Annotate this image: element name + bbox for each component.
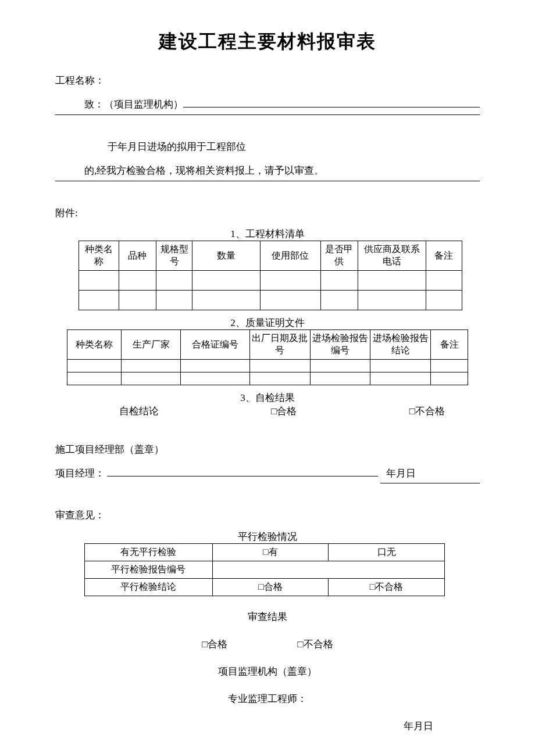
self-check-fail: □不合格: [409, 404, 445, 418]
cell: 口无: [329, 544, 445, 561]
th-spec: 规格型号: [156, 241, 192, 271]
review-opinion-label: 审查意见：: [55, 507, 480, 525]
supervisor-org: 项目监理机构（盖章）: [55, 665, 480, 678]
to-org: （项目监理机构）: [104, 96, 183, 114]
table-row: 有无平行检验 □有 口无: [85, 544, 445, 561]
table-row: [67, 372, 468, 385]
th-kind: 种类名称: [79, 241, 119, 271]
table-row: 平行检验结论 □合格 □不合格: [85, 579, 445, 596]
th-maker: 生产厂家: [122, 330, 181, 360]
review-pass: □合格: [202, 637, 227, 651]
th-remark: 备注: [431, 330, 468, 360]
final-date: 年月日: [55, 719, 480, 733]
parallel-title: 平行检验情况: [55, 530, 480, 543]
table-row: [79, 291, 462, 310]
section1-title: 1、工程材料清单: [55, 227, 480, 241]
pm-label: 项目经理：: [55, 465, 105, 483]
th-report-no: 进场检验报告编号: [310, 330, 370, 360]
self-check-pass: □合格: [271, 404, 297, 418]
body-line-2-text: 的,经我方检验合格，现将相关资料报上，请予以审查。: [84, 165, 324, 176]
cell: □合格: [212, 579, 329, 596]
pm-fill: [107, 465, 378, 476]
review-fail: □不合格: [298, 637, 333, 651]
pro-engineer: 专业监理工程师：: [55, 692, 480, 705]
self-check-label: 自检结论: [119, 404, 159, 418]
body-line-2: 的,经我方检验合格，现将相关资料报上，请予以审查。: [55, 162, 480, 182]
th-cert: 合格证编号: [181, 330, 250, 360]
th-use: 使用部位: [260, 241, 320, 271]
page-title: 建设工程主要材料报审表: [55, 29, 480, 55]
cell: □有: [212, 544, 329, 561]
th-kind: 种类名称: [67, 330, 122, 360]
section2-title: 2、质量证明文件: [55, 316, 480, 329]
body-line-1: 于年月日进场的拟用于工程部位: [55, 138, 480, 156]
cell: [212, 561, 444, 579]
th-qty: 数量: [192, 241, 260, 271]
self-check-row: 自检结论 □合格 □不合格: [55, 404, 480, 418]
th-owner-supply: 是否甲供: [320, 241, 358, 271]
pm-line: 项目经理： 年月日: [55, 465, 480, 483]
table-header-row: 种类名称 生产厂家 合格证编号 出厂日期及批号 进场检验报告编号 进场检验报告结…: [67, 330, 468, 360]
cell: 平行检验结论: [85, 579, 213, 596]
contractor-seal: 施工项目经理部（盖章）: [55, 441, 480, 459]
cell: 有无平行检验: [85, 544, 213, 561]
quality-doc-table: 种类名称 生产厂家 合格证编号 出厂日期及批号 进场检验报告编号 进场检验报告结…: [67, 329, 468, 385]
table-row: [79, 271, 462, 291]
table-row: 平行检验报告编号: [85, 561, 445, 579]
section3-title: 3、自检结果: [55, 391, 480, 404]
to-prefix: 致：: [84, 96, 104, 114]
project-name-label: 工程名称：: [55, 72, 480, 90]
th-remark: 备注: [426, 241, 462, 271]
th-batch: 出厂日期及批号: [249, 330, 310, 360]
cell: □不合格: [329, 579, 445, 596]
table-header-row: 种类名称 品种 规格型号 数量 使用部位 是否甲供 供应商及联系电话 备注: [79, 241, 462, 271]
th-supplier: 供应商及联系电话: [358, 241, 426, 271]
recipient-line: 致： （项目监理机构）: [55, 95, 480, 116]
review-result-row: □合格 □不合格: [55, 637, 480, 651]
pm-date: 年月日: [380, 465, 480, 483]
th-variety: 品种: [119, 241, 156, 271]
parallel-check-table: 有无平行检验 □有 口无 平行检验报告编号 平行检验结论 □合格 □不合格: [84, 543, 445, 596]
th-report-res: 进场检验报告结论: [370, 330, 431, 360]
material-list-table: 种类名称 品种 规格型号 数量 使用部位 是否甲供 供应商及联系电话 备注: [79, 241, 462, 310]
table-row: [67, 360, 468, 372]
cell: 平行检验报告编号: [85, 561, 213, 579]
review-result-title: 审查结果: [55, 610, 480, 624]
recipient-fill: [183, 95, 480, 108]
attachment-label: 附件:: [55, 205, 480, 223]
